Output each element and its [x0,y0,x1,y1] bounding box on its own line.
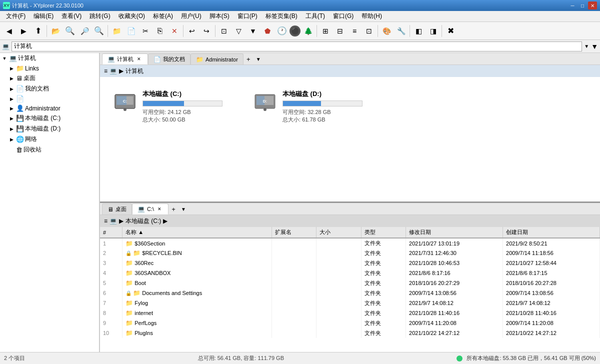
menu-tools[interactable]: 工具(T) [302,12,329,22]
menu-tags[interactable]: 标签(A) [149,12,177,22]
tree-item-links[interactable]: ▶ 📁 Links [0,64,99,73]
cell-name[interactable]: 📁$360Section [122,238,272,248]
table-row[interactable]: 2🔒 📁$RECYCLE.BIN文件夹2021/7/31 12:46:30200… [100,248,600,258]
breadcrumb-computer[interactable]: 计算机 [126,67,144,76]
tree-expand-d[interactable]: ▶ [8,126,15,132]
tree-expand-network[interactable]: ▶ [8,136,15,143]
menu-favorites[interactable]: 收藏夹(O) [114,12,149,22]
pane-left-button[interactable]: ◧ [412,24,426,38]
back-button[interactable]: ◀ [2,24,16,38]
col-header-name[interactable]: 名称 ▲ [122,227,272,238]
col-header-num[interactable]: # [100,227,122,238]
cell-name[interactable]: 📁Boot [122,278,272,288]
cell-name[interactable]: 📁internet [122,308,272,318]
titlebar-controls[interactable]: ─ □ ✕ [568,2,597,10]
table-row[interactable]: 7📁Fylog文件夹2021/9/7 14:08:122021/9/7 14:0… [100,298,600,308]
tree-item-blank[interactable]: ▶ 📄 [0,94,99,104]
table-row[interactable]: 6🔒 📁Documents and Settings文件夹2009/7/14 1… [100,288,600,298]
col-header-ext[interactable]: 扩展名 [272,227,316,238]
redo-button[interactable]: ↪ [200,24,214,38]
cell-name[interactable]: 📁360SANDBOX [122,268,272,278]
address-input[interactable]: 计算机 [12,42,582,52]
menu-help[interactable]: 帮助(H) [358,12,386,22]
lower-breadcrumb-menu-icon[interactable]: ≡ [104,218,108,224]
copy-button[interactable]: ⎘ [153,24,167,38]
tools2-button[interactable]: 🔧 [394,24,408,38]
columns-button[interactable]: ⊟ [333,24,347,38]
menu-script[interactable]: 脚本(S) [206,12,234,22]
tab-mydocs[interactable]: 📄 我的文档 [148,54,190,64]
lower-tab-c[interactable]: 💻 C:\ ✕ [132,204,168,214]
tree-item-mydocs[interactable]: ▶ 📄 我的文档 [0,84,99,94]
col-header-type[interactable]: 类型 [361,227,406,238]
lower-tab-add-button[interactable]: + [168,204,178,214]
menu-edit[interactable]: 编辑(E) [30,12,58,22]
table-row[interactable]: 9📁PerfLogs文件夹2009/7/14 11:20:082009/7/14… [100,318,600,328]
list-button[interactable]: ≡ [348,24,362,38]
tree-expand-desktop[interactable]: ▶ [8,75,15,82]
maximize-button[interactable]: □ [578,2,587,10]
file-list[interactable]: # 名称 ▲ 扩展名 大小 类型 修改日期 创建日期 1📁$360Section… [100,227,600,352]
search-button[interactable]: 🔍 [63,24,77,38]
settings-button[interactable]: ✖ [444,24,458,38]
lower-tab-desktop[interactable]: 🖥 桌面 [102,204,132,214]
tree-expand-blank[interactable]: ▶ [8,96,15,102]
lower-tab-menu-button[interactable]: ▼ [178,204,188,214]
col-header-created[interactable]: 创建日期 [503,227,600,238]
col-header-modified[interactable]: 修改日期 [406,227,503,238]
cell-name[interactable]: 📁Fylog [122,298,272,308]
minimize-button[interactable]: ─ [568,2,577,10]
drive-d-item[interactable]: D: 本地磁盘 (D:) 可用空间: 32.28 GB 总大小: 61.78 G… [248,85,378,194]
tree-item-desktop[interactable]: ▶ 🖥 桌面 [0,73,99,84]
tree-item-network[interactable]: ▶ 🌐 网络 [0,134,99,144]
tree-item-c-drive[interactable]: ▶ 💾 本地磁盘 (C:) [0,113,99,124]
table-row[interactable]: 3📁360Rec文件夹2021/10/28 10:46:532021/10/27… [100,258,600,268]
undo-button[interactable]: ↩ [185,24,199,38]
cell-name[interactable]: 📁PerfLogs [122,318,272,328]
delete-button[interactable]: ✕ [168,24,182,38]
tree-expand-admin[interactable]: ▶ [8,105,15,112]
menu-user[interactable]: 用户(U) [177,12,206,22]
close-button[interactable]: ✕ [588,2,597,10]
menu-view[interactable]: 查看(V) [58,12,86,22]
addr-filter-icon[interactable]: ▼ [591,42,598,50]
tab-computer-close[interactable]: ✕ [136,56,142,62]
cut-button[interactable]: ✂ [138,24,152,38]
tree-expand-links[interactable]: ▶ [8,65,15,72]
lower-tab-c-close[interactable]: ✕ [156,206,163,212]
paint-button[interactable]: 🎨 [380,24,394,38]
menu-window[interactable]: 窗口(P) [234,12,262,22]
menu-window2[interactable]: 窗口(G) [329,12,358,22]
table-row[interactable]: 1📁$360Section文件夹2021/10/27 13:01:192021/… [100,238,600,248]
tree-item-d-drive[interactable]: ▶ 💾 本地磁盘 (D:) [0,124,99,134]
cell-name[interactable]: 🔒 📁Documents and Settings [122,288,272,298]
table-row[interactable]: 8📁internet文件夹2021/10/28 11:40:162021/10/… [100,308,600,318]
bookmark-button[interactable]: ⬟ [260,24,274,38]
cell-name[interactable]: 📁360Rec [122,258,272,268]
up-button[interactable]: ⬆ [31,24,45,38]
new-file-button[interactable]: 📄 [124,24,138,38]
cell-name[interactable]: 📁PlugIns [122,328,272,338]
breadcrumb-menu-icon[interactable]: ≡ [104,68,108,74]
tree-expand-mydocs[interactable]: ▶ [8,86,15,92]
tab-menu-button[interactable]: ▼ [254,54,264,64]
search2-button[interactable]: 🔎 [78,24,92,38]
menu-tabset[interactable]: 标签页集(B) [262,12,302,22]
dot-button[interactable]: ⚫ [290,26,300,36]
lower-breadcrumb-c-drive[interactable]: 本地磁盘 (C:) [126,217,161,226]
drive-c-item[interactable]: C: 本地磁盘 (C:) 可用空间: 24.12 GB 总大小: 50.00 G… [108,85,238,194]
tree-expand-c[interactable]: ▶ [8,115,15,122]
preview-button[interactable]: ⊡ [362,24,376,38]
tree-button[interactable]: 🌲 [301,24,315,38]
tab-add-button[interactable]: + [244,54,254,64]
filter-button[interactable]: ⊡ [217,24,231,38]
table-row[interactable]: 10📁PlugIns文件夹2021/10/22 14:27:122021/10/… [100,328,600,338]
tab-administrator[interactable]: 📁 Administrator [190,54,244,64]
filter2-button[interactable]: ▽ [232,24,246,38]
menu-jump[interactable]: 跳转(G) [86,12,114,22]
addr-dropdown[interactable]: ▼ [584,44,589,49]
col-header-size[interactable]: 大小 [316,227,362,238]
tree-item-recycle[interactable]: ▶ 🗑 回收站 [0,144,99,155]
tab-computer[interactable]: 💻 计算机 ✕ [102,54,148,64]
tree-expand-computer[interactable]: ▼ [1,55,8,62]
